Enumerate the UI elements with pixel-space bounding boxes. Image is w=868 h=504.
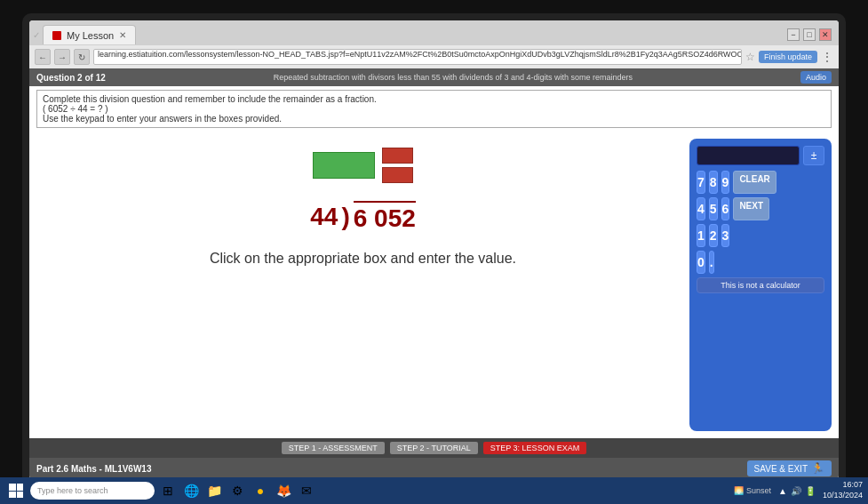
url-input[interactable]: learning.estiatuition.com/lessonsystem/l… <box>93 49 742 65</box>
network-icon[interactable]: ▲ <box>778 486 787 496</box>
clear-btn[interactable]: CLEAR <box>733 171 776 194</box>
divisor-number: 44 <box>310 203 338 231</box>
question-number: Question 2 of 12 <box>36 73 106 83</box>
tab-label: My Lesson <box>67 30 114 41</box>
back-btn[interactable]: ← <box>35 49 51 65</box>
volume-icon[interactable]: 🔊 <box>791 486 801 496</box>
finish-update-btn[interactable]: Finish update <box>759 51 817 63</box>
equation-area: 44 ) 6 052 Click on the appropriate box … <box>36 139 689 431</box>
forward-btn[interactable]: → <box>54 49 70 65</box>
tab-favicon <box>52 31 61 40</box>
save-exit-btn[interactable]: SAVE & EXIT 🏃 <box>747 460 832 476</box>
address-bar: ← → ↻ learning.estiatuition.com/lessonsy… <box>29 45 839 68</box>
key-2[interactable]: 2 <box>709 224 718 247</box>
dividend-section: 6 052 <box>354 201 416 233</box>
edge-icon[interactable]: 🌐 <box>181 481 201 500</box>
topic-title: Repeated subtraction with divisors less … <box>274 73 633 82</box>
key-1[interactable]: 1 <box>697 224 705 247</box>
red-block-container <box>382 148 413 183</box>
taskbar-right: 🌅 Sunset ▲ 🔊 🔋 16:07 10/13/2024 <box>734 480 863 500</box>
start-button[interactable] <box>5 480 27 501</box>
dividend-number: 6 052 <box>354 201 416 233</box>
green-block <box>313 152 375 179</box>
minimize-btn[interactable]: − <box>787 28 800 41</box>
mail-icon[interactable]: ✉ <box>297 481 316 500</box>
not-calculator-label: This is not a calculator <box>697 277 824 293</box>
browser-window: ✓ My Lesson ✕ − □ ✕ ← <box>29 20 839 479</box>
page-content: Question 2 of 12 Repeated subtraction wi… <box>29 68 839 479</box>
bookmark-icon[interactable]: ☆ <box>745 51 755 63</box>
maximize-btn[interactable]: □ <box>803 28 816 41</box>
windows-logo <box>9 484 23 498</box>
key-3[interactable]: 3 <box>721 224 730 247</box>
taskbar-icons: ⊞ 🌐 📁 ⚙ ● 🦊 ✉ <box>158 481 316 500</box>
bottom-bar: Part 2.6 Maths - ML1V6W13 SAVE & EXIT 🏃 <box>29 458 839 479</box>
settings-icon[interactable]: ⚙ <box>227 481 247 500</box>
divisor-section: 44 <box>310 203 338 231</box>
row-789: 7 8 9 CLEAR <box>697 171 824 194</box>
refresh-btn[interactable]: ↻ <box>74 49 90 65</box>
windows-taskbar: Type here to search ⊞ 🌐 📁 ⚙ ● 🦊 ✉ 🌅 Suns… <box>0 477 868 504</box>
part-label: Part 2.6 Maths - ML1V6W13 <box>36 464 151 474</box>
task-view-icon[interactable]: ⊞ <box>158 481 178 500</box>
instruction-line-3: Use the keypad to enter your answers in … <box>43 114 825 124</box>
close-btn[interactable]: ✕ <box>819 28 832 41</box>
time: 16:07 <box>823 480 863 491</box>
row-0dot: 0 . <box>697 251 824 274</box>
weather-icon: 🌅 <box>734 486 744 495</box>
step-bar: STEP 1 - ASSESSMENT STEP 2 - TUTORIAL ST… <box>29 438 839 458</box>
tab-close-btn[interactable]: ✕ <box>119 30 126 40</box>
key-8[interactable]: 8 <box>709 171 718 194</box>
system-tray: ▲ 🔊 🔋 <box>778 486 816 496</box>
red-block-bottom <box>382 167 413 183</box>
clock[interactable]: 16:07 10/13/2024 <box>823 480 863 500</box>
step-3[interactable]: STEP 3: LESSON EXAM <box>483 442 586 454</box>
file-explorer-icon[interactable]: 📁 <box>204 481 224 500</box>
win-logo-sq3 <box>9 492 16 499</box>
save-exit-icon: 🏃 <box>811 462 824 475</box>
save-exit-label: SAVE & EXIT <box>754 464 808 474</box>
weather-widget: 🌅 Sunset <box>734 486 771 495</box>
keypad: ± 7 8 9 CLEAR 4 <box>689 139 832 431</box>
instructions-box: Complete this division question and reme… <box>36 90 832 128</box>
plus-minus-btn[interactable]: ± <box>803 146 824 165</box>
menu-icon[interactable]: ⋮ <box>821 50 833 64</box>
window-controls: − □ ✕ <box>787 28 835 41</box>
instruction-line-2: ( 6052 ÷ 44 = ? ) <box>43 104 825 114</box>
search-placeholder: Type here to search <box>37 486 108 495</box>
key-4[interactable]: 4 <box>697 197 705 220</box>
keypad-display-row: ± <box>697 146 824 165</box>
taskbar-search[interactable]: Type here to search <box>30 482 155 500</box>
next-btn[interactable]: NEXT <box>733 197 769 220</box>
division-visual <box>313 148 413 183</box>
keypad-display <box>697 146 800 165</box>
key-dot[interactable]: . <box>709 251 714 274</box>
date: 10/13/2024 <box>823 491 863 501</box>
firefox-icon[interactable]: 🦊 <box>274 481 293 500</box>
division-equation: 44 ) 6 052 <box>310 201 416 233</box>
step-1[interactable]: STEP 1 - ASSESSMENT <box>282 442 385 454</box>
key-6[interactable]: 6 <box>721 197 730 220</box>
win-logo-sq2 <box>17 484 24 491</box>
battery-icon[interactable]: 🔋 <box>805 486 816 496</box>
audio-btn[interactable]: Audio <box>800 71 832 84</box>
win-logo-sq4 <box>17 492 24 499</box>
row-123: 1 2 3 <box>697 224 824 247</box>
step-2[interactable]: STEP 2 - TUTORIAL <box>390 442 478 454</box>
key-5[interactable]: 5 <box>709 197 718 220</box>
win-logo-sq1 <box>9 484 16 491</box>
red-block-top <box>382 148 413 164</box>
instruction-line-1: Complete this division question and reme… <box>43 94 825 104</box>
key-7[interactable]: 7 <box>697 171 705 194</box>
key-9[interactable]: 9 <box>721 171 730 194</box>
question-header: Question 2 of 12 Repeated subtraction wi… <box>29 68 839 86</box>
key-0[interactable]: 0 <box>697 251 705 274</box>
browser-tab[interactable]: My Lesson ✕ <box>43 25 136 44</box>
tab-bar: ✓ My Lesson ✕ − □ ✕ <box>29 20 839 45</box>
bracket-symbol: ) <box>341 203 349 231</box>
main-area: 44 ) 6 052 Click on the appropriate box … <box>29 132 839 438</box>
row-456: 4 5 6 NEXT <box>697 197 824 220</box>
weather-label: Sunset <box>746 486 771 495</box>
click-instruction: Click on the appropriate box and enter t… <box>210 251 516 267</box>
chrome-icon[interactable]: ● <box>251 481 270 500</box>
